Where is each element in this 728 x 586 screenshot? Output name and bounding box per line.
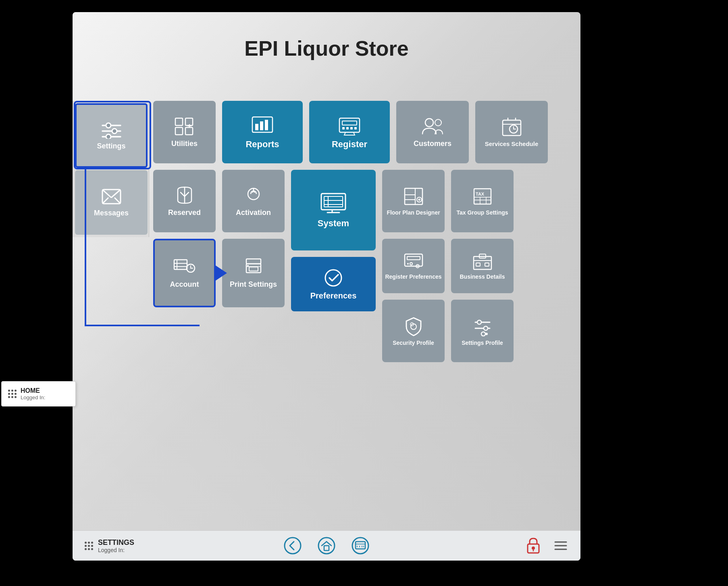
- svg-rect-94: [324, 546, 329, 551]
- services-schedule-label: Services Schedule: [485, 140, 539, 147]
- svg-rect-37: [174, 260, 187, 269]
- utilities-label: Utilities: [171, 140, 198, 148]
- svg-rect-23: [342, 121, 357, 125]
- register-nav-button[interactable]: [352, 537, 369, 555]
- svg-rect-52: [324, 196, 343, 207]
- content-area: Utilities Reports: [153, 101, 572, 528]
- bottom-bar-actions: [526, 537, 568, 555]
- reserved-label: Reserved: [168, 209, 201, 217]
- tile-services-schedule[interactable]: Services Schedule: [475, 101, 548, 163]
- svg-point-89: [484, 326, 488, 330]
- svg-point-5: [106, 134, 111, 139]
- home-panel-title: HOME: [21, 387, 45, 394]
- svg-point-95: [352, 538, 368, 554]
- svg-rect-18: [255, 124, 258, 130]
- reports-label: Reports: [245, 139, 279, 150]
- svg-rect-26: [350, 127, 353, 129]
- svg-rect-19: [260, 121, 263, 130]
- bottom-bar-left: SETTINGS Logged In:: [85, 538, 134, 553]
- svg-point-1: [106, 123, 111, 128]
- home-panel-text: HOME Logged In:: [21, 387, 45, 400]
- tile-reports[interactable]: Reports: [222, 101, 303, 163]
- sidebar-item-settings[interactable]: Settings: [75, 103, 148, 168]
- bottom-bar: SETTINGS Logged In:: [73, 530, 580, 561]
- svg-rect-24: [342, 127, 345, 129]
- top-row: Utilities Reports: [153, 101, 572, 163]
- tile-utilities[interactable]: Utilities: [153, 101, 216, 163]
- back-button[interactable]: [284, 537, 302, 555]
- page-title: EPI Liquor Store: [73, 12, 580, 77]
- main-area: EPI Liquor Store Settings Mes: [73, 12, 580, 561]
- tile-register-preferences[interactable]: Register Preferences: [382, 239, 445, 293]
- svg-point-29: [435, 119, 441, 126]
- customers-label: Customers: [414, 140, 451, 148]
- svg-rect-25: [346, 127, 349, 129]
- home-button[interactable]: [318, 537, 335, 555]
- right-column: Floor Plan Designer TAX Tax Group Setti: [382, 170, 514, 362]
- connector-vertical: [85, 167, 86, 325]
- bottom-bar-subtitle: Logged In:: [98, 547, 134, 553]
- tile-preferences[interactable]: Preferences: [291, 257, 376, 311]
- bottom-bar-text: SETTINGS Logged In:: [98, 538, 134, 553]
- settings-section: Reserved Account: [153, 170, 572, 362]
- svg-rect-14: [185, 127, 193, 135]
- sidebar: Settings Messages: [73, 101, 149, 237]
- home-panel-dots: [8, 390, 17, 398]
- tile-security-profile[interactable]: Security Profile: [382, 300, 445, 362]
- tile-activation[interactable]: Activation: [222, 170, 285, 232]
- tile-tax-group-settings[interactable]: TAX Tax Group Settings: [451, 170, 514, 232]
- svg-rect-82: [476, 263, 480, 266]
- home-panel: HOME Logged In:: [1, 381, 76, 407]
- tile-settings-profile[interactable]: Settings Profile: [451, 300, 514, 362]
- svg-point-92: [285, 538, 301, 554]
- tile-system[interactable]: System: [291, 170, 376, 250]
- lock-button[interactable]: [526, 537, 541, 555]
- left-column: Reserved Account: [153, 170, 216, 362]
- security-profile-label: Security Profile: [393, 340, 434, 346]
- bottom-bar-title: SETTINGS: [98, 538, 134, 547]
- svg-point-104: [532, 546, 535, 550]
- tile-reserved[interactable]: Reserved: [153, 170, 216, 232]
- svg-rect-66: [474, 189, 491, 204]
- svg-line-7: [102, 190, 111, 198]
- home-panel-subtitle: Logged In:: [21, 394, 45, 400]
- connector-horizontal: [85, 325, 200, 326]
- bottom-bar-dots: [85, 542, 93, 550]
- arrow-indicator: [215, 265, 227, 281]
- sidebar-settings-label: Settings: [97, 142, 125, 150]
- svg-point-90: [481, 332, 485, 336]
- home-panel-content: HOME Logged In:: [8, 387, 69, 400]
- tile-floor-plan-designer[interactable]: Floor Plan Designer: [382, 170, 445, 232]
- svg-line-10: [114, 198, 121, 204]
- svg-point-91: [485, 333, 488, 335]
- tile-print-settings[interactable]: Print Settings: [222, 239, 285, 307]
- svg-point-3: [112, 129, 117, 133]
- svg-rect-13: [175, 127, 183, 135]
- tile-account[interactable]: Account: [153, 239, 216, 307]
- register-preferences-label: Register Preferences: [385, 273, 441, 280]
- svg-rect-11: [175, 118, 183, 125]
- preferences-label: Preferences: [310, 291, 357, 300]
- system-label: System: [318, 218, 349, 229]
- svg-line-8: [111, 190, 121, 198]
- svg-point-50: [247, 265, 249, 267]
- svg-rect-83: [485, 263, 489, 266]
- register-label: Register: [332, 139, 367, 150]
- settings-profile-label: Settings Profile: [462, 340, 503, 346]
- tile-register[interactable]: Register: [309, 101, 390, 163]
- svg-point-28: [425, 119, 433, 127]
- floor-plan-designer-label: Floor Plan Designer: [387, 209, 440, 216]
- tile-customers[interactable]: Customers: [396, 101, 469, 163]
- account-label: Account: [170, 280, 199, 289]
- middle-column: Activation Print Settings: [222, 170, 285, 362]
- svg-rect-27: [354, 127, 357, 129]
- tax-group-settings-label: Tax Group Settings: [456, 209, 508, 216]
- large-tiles-column: System Preferences: [291, 170, 376, 362]
- menu-button[interactable]: [553, 538, 568, 553]
- tile-business-details[interactable]: Business Details: [451, 239, 514, 293]
- svg-rect-20: [265, 120, 268, 130]
- activation-label: Activation: [236, 209, 271, 217]
- svg-point-58: [325, 270, 341, 286]
- svg-text:TAX: TAX: [476, 192, 485, 196]
- print-settings-label: Print Settings: [230, 280, 277, 289]
